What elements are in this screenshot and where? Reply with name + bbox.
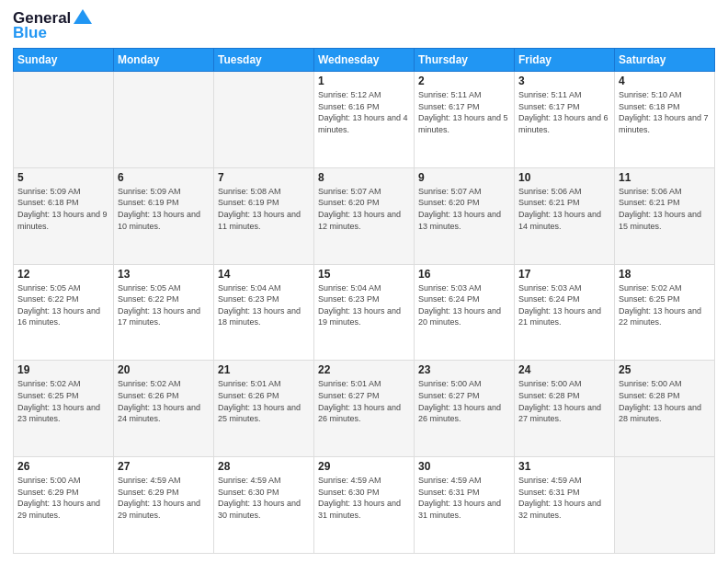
day-number: 27 xyxy=(118,460,210,473)
day-info: Sunrise: 5:11 AM Sunset: 6:17 PM Dayligh… xyxy=(518,89,610,135)
day-info: Sunrise: 5:00 AM Sunset: 6:27 PM Dayligh… xyxy=(418,378,510,424)
day-info: Sunrise: 5:05 AM Sunset: 6:22 PM Dayligh… xyxy=(118,282,210,328)
day-number: 15 xyxy=(318,268,410,281)
svg-marker-0 xyxy=(74,9,92,24)
day-number: 3 xyxy=(518,75,610,87)
day-number: 5 xyxy=(17,171,109,184)
calendar-cell xyxy=(14,72,114,168)
calendar-cell: 3Sunrise: 5:11 AM Sunset: 6:17 PM Daylig… xyxy=(515,72,615,168)
day-number: 16 xyxy=(418,268,510,281)
day-number: 10 xyxy=(518,171,610,184)
calendar-cell xyxy=(615,457,715,554)
day-info: Sunrise: 5:01 AM Sunset: 6:26 PM Dayligh… xyxy=(218,378,310,424)
day-info: Sunrise: 5:12 AM Sunset: 6:16 PM Dayligh… xyxy=(318,89,410,135)
calendar-cell: 20Sunrise: 5:02 AM Sunset: 6:26 PM Dayli… xyxy=(114,361,214,457)
calendar-cell: 30Sunrise: 4:59 AM Sunset: 6:31 PM Dayli… xyxy=(415,457,515,554)
calendar-cell: 7Sunrise: 5:08 AM Sunset: 6:19 PM Daylig… xyxy=(214,167,314,264)
calendar-cell: 23Sunrise: 5:00 AM Sunset: 6:27 PM Dayli… xyxy=(415,361,515,457)
calendar-cell: 26Sunrise: 5:00 AM Sunset: 6:29 PM Dayli… xyxy=(14,457,114,554)
day-info: Sunrise: 4:59 AM Sunset: 6:31 PM Dayligh… xyxy=(518,475,610,521)
calendar-cell: 16Sunrise: 5:03 AM Sunset: 6:24 PM Dayli… xyxy=(415,264,515,361)
calendar-cell: 17Sunrise: 5:03 AM Sunset: 6:24 PM Dayli… xyxy=(515,264,615,361)
day-number: 2 xyxy=(418,75,510,87)
calendar-week-1: 1Sunrise: 5:12 AM Sunset: 6:16 PM Daylig… xyxy=(14,72,715,168)
day-number: 13 xyxy=(118,268,210,281)
day-info: Sunrise: 5:02 AM Sunset: 6:26 PM Dayligh… xyxy=(118,378,210,424)
calendar-week-2: 5Sunrise: 5:09 AM Sunset: 6:18 PM Daylig… xyxy=(14,167,715,264)
day-info: Sunrise: 5:04 AM Sunset: 6:23 PM Dayligh… xyxy=(318,282,410,328)
day-number: 1 xyxy=(318,75,410,87)
weekday-monday: Monday xyxy=(114,49,214,72)
day-info: Sunrise: 5:00 AM Sunset: 6:29 PM Dayligh… xyxy=(17,475,109,521)
day-info: Sunrise: 5:00 AM Sunset: 6:28 PM Dayligh… xyxy=(619,378,711,424)
day-info: Sunrise: 5:07 AM Sunset: 6:20 PM Dayligh… xyxy=(418,186,510,232)
day-number: 28 xyxy=(218,460,310,473)
day-number: 26 xyxy=(17,460,109,473)
day-info: Sunrise: 5:00 AM Sunset: 6:28 PM Dayligh… xyxy=(518,378,610,424)
calendar-cell: 5Sunrise: 5:09 AM Sunset: 6:18 PM Daylig… xyxy=(14,167,114,264)
day-info: Sunrise: 4:59 AM Sunset: 6:30 PM Dayligh… xyxy=(218,475,310,521)
day-info: Sunrise: 5:06 AM Sunset: 6:21 PM Dayligh… xyxy=(619,186,711,232)
calendar-cell: 12Sunrise: 5:05 AM Sunset: 6:22 PM Dayli… xyxy=(14,264,114,361)
calendar-cell: 28Sunrise: 4:59 AM Sunset: 6:30 PM Dayli… xyxy=(214,457,314,554)
day-number: 30 xyxy=(418,460,510,473)
day-info: Sunrise: 5:11 AM Sunset: 6:17 PM Dayligh… xyxy=(418,89,510,135)
day-number: 4 xyxy=(619,75,711,87)
calendar-cell: 11Sunrise: 5:06 AM Sunset: 6:21 PM Dayli… xyxy=(615,167,715,264)
calendar-cell: 9Sunrise: 5:07 AM Sunset: 6:20 PM Daylig… xyxy=(415,167,515,264)
calendar-cell: 21Sunrise: 5:01 AM Sunset: 6:26 PM Dayli… xyxy=(214,361,314,457)
calendar-cell: 8Sunrise: 5:07 AM Sunset: 6:20 PM Daylig… xyxy=(314,167,415,264)
calendar-cell: 4Sunrise: 5:10 AM Sunset: 6:18 PM Daylig… xyxy=(615,72,715,168)
calendar-cell: 19Sunrise: 5:02 AM Sunset: 6:25 PM Dayli… xyxy=(14,361,114,457)
day-info: Sunrise: 5:07 AM Sunset: 6:20 PM Dayligh… xyxy=(318,186,410,232)
day-number: 7 xyxy=(218,171,310,184)
header: General Blue xyxy=(13,9,715,42)
logo-icon xyxy=(72,7,94,28)
day-info: Sunrise: 5:04 AM Sunset: 6:23 PM Dayligh… xyxy=(218,282,310,328)
day-info: Sunrise: 5:09 AM Sunset: 6:18 PM Dayligh… xyxy=(17,186,109,232)
day-number: 22 xyxy=(318,363,410,376)
day-info: Sunrise: 5:02 AM Sunset: 6:25 PM Dayligh… xyxy=(619,282,711,328)
day-number: 8 xyxy=(318,171,410,184)
weekday-saturday: Saturday xyxy=(615,49,715,72)
day-number: 24 xyxy=(518,363,610,376)
calendar-cell: 25Sunrise: 5:00 AM Sunset: 6:28 PM Dayli… xyxy=(615,361,715,457)
calendar-cell xyxy=(214,72,314,168)
weekday-friday: Friday xyxy=(515,49,615,72)
weekday-tuesday: Tuesday xyxy=(214,49,314,72)
calendar-cell: 1Sunrise: 5:12 AM Sunset: 6:16 PM Daylig… xyxy=(314,72,415,168)
calendar-cell xyxy=(114,72,214,168)
day-info: Sunrise: 5:06 AM Sunset: 6:21 PM Dayligh… xyxy=(518,186,610,232)
calendar-cell: 22Sunrise: 5:01 AM Sunset: 6:27 PM Dayli… xyxy=(314,361,415,457)
weekday-header-row: SundayMondayTuesdayWednesdayThursdayFrid… xyxy=(14,49,715,72)
calendar-cell: 31Sunrise: 4:59 AM Sunset: 6:31 PM Dayli… xyxy=(515,457,615,554)
day-info: Sunrise: 5:01 AM Sunset: 6:27 PM Dayligh… xyxy=(318,378,410,424)
weekday-thursday: Thursday xyxy=(415,49,515,72)
day-info: Sunrise: 5:03 AM Sunset: 6:24 PM Dayligh… xyxy=(418,282,510,328)
day-number: 11 xyxy=(619,171,711,184)
day-number: 20 xyxy=(118,363,210,376)
day-number: 31 xyxy=(518,460,610,473)
day-number: 18 xyxy=(619,268,711,281)
calendar-week-4: 19Sunrise: 5:02 AM Sunset: 6:25 PM Dayli… xyxy=(14,361,715,457)
day-info: Sunrise: 5:08 AM Sunset: 6:19 PM Dayligh… xyxy=(218,186,310,232)
calendar-cell: 24Sunrise: 5:00 AM Sunset: 6:28 PM Dayli… xyxy=(515,361,615,457)
day-number: 17 xyxy=(518,268,610,281)
day-info: Sunrise: 4:59 AM Sunset: 6:31 PM Dayligh… xyxy=(418,475,510,521)
day-info: Sunrise: 5:09 AM Sunset: 6:19 PM Dayligh… xyxy=(118,186,210,232)
weekday-wednesday: Wednesday xyxy=(314,49,415,72)
day-number: 29 xyxy=(318,460,410,473)
logo-blue-text: Blue xyxy=(13,24,47,42)
day-info: Sunrise: 5:10 AM Sunset: 6:18 PM Dayligh… xyxy=(619,89,711,135)
calendar-table: SundayMondayTuesdayWednesdayThursdayFrid… xyxy=(13,48,715,554)
calendar-cell: 10Sunrise: 5:06 AM Sunset: 6:21 PM Dayli… xyxy=(515,167,615,264)
calendar-cell: 13Sunrise: 5:05 AM Sunset: 6:22 PM Dayli… xyxy=(114,264,214,361)
calendar-cell: 27Sunrise: 4:59 AM Sunset: 6:29 PM Dayli… xyxy=(114,457,214,554)
day-number: 6 xyxy=(118,171,210,184)
calendar-cell: 18Sunrise: 5:02 AM Sunset: 6:25 PM Dayli… xyxy=(615,264,715,361)
page: General Blue SundayMondayTuesdayWednesda… xyxy=(0,0,728,563)
calendar-cell: 2Sunrise: 5:11 AM Sunset: 6:17 PM Daylig… xyxy=(415,72,515,168)
day-number: 12 xyxy=(17,268,109,281)
weekday-sunday: Sunday xyxy=(14,49,114,72)
day-info: Sunrise: 5:03 AM Sunset: 6:24 PM Dayligh… xyxy=(518,282,610,328)
